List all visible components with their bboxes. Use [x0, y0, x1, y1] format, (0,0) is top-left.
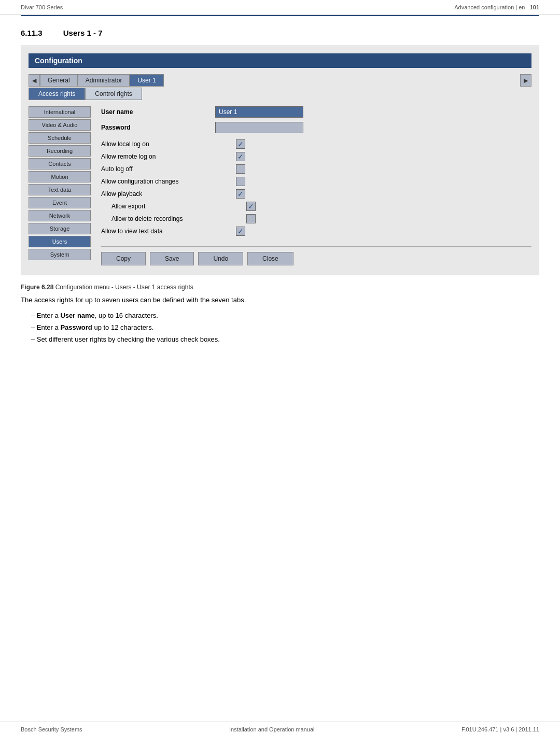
checkbox-label-allow-export: Allow export	[111, 203, 246, 210]
tab-general[interactable]: General	[40, 74, 78, 87]
checkbox-allow-local-log-on-box[interactable]: ✓	[236, 139, 245, 149]
checkbox-allow-export: Allow export ✓	[101, 202, 531, 211]
checkbox-label-allow-config-changes: Allow configuration changes	[101, 178, 236, 185]
undo-button[interactable]: Undo	[198, 252, 243, 265]
user-name-input[interactable]	[215, 106, 303, 118]
checkbox-allow-playback-box[interactable]: ✓	[236, 189, 245, 199]
close-button[interactable]: Close	[247, 252, 293, 265]
sidebar-item-recording[interactable]: Recording	[29, 145, 91, 157]
section-number: 6.11.3	[21, 29, 43, 37]
footer-center: Installation and Operation manual	[229, 726, 315, 732]
checkbox-allow-local-log-on: Allow local log on ✓	[101, 139, 531, 149]
footer-right: F.01U.246.471 | v3.6 | 2011.11	[461, 726, 539, 732]
header-right: Advanced configuration | en 101	[454, 4, 539, 10]
config-panel: Configuration ◀ General Administrator Us…	[21, 46, 539, 275]
sidebar-item-users[interactable]: Users	[29, 236, 91, 247]
sub-tabs-row: Access rights Control rights	[29, 88, 531, 100]
tab-administrator[interactable]: Administrator	[78, 74, 130, 87]
list-item: Enter a Password up to 12 characters.	[31, 321, 539, 333]
checkbox-allow-export-box[interactable]: ✓	[246, 202, 256, 211]
body-text: The access rights for up to seven users …	[21, 295, 539, 305]
config-buttons: Copy Save Undo Close	[101, 246, 531, 267]
checkbox-label-allow-playback: Allow playback	[101, 190, 236, 198]
list-item: Enter a User name, up to 16 characters.	[31, 309, 539, 321]
checkbox-allow-remote-log-on: Allow remote log on ✓	[101, 152, 531, 161]
password-input[interactable]	[215, 122, 303, 133]
sidebar-item-contacts[interactable]: Contacts	[29, 158, 91, 170]
figure-caption: Figure 6.28 Configuration menu - Users -…	[21, 284, 539, 291]
checkbox-allow-view-text-data: Allow to view text data ✓	[101, 227, 531, 236]
sidebar-item-schedule[interactable]: Schedule	[29, 132, 91, 144]
footer-left: Bosch Security Systems	[21, 726, 82, 732]
list-item: Set different user rights by checking th…	[31, 333, 539, 345]
section-heading: 6.11.3 Users 1 - 7	[0, 16, 560, 46]
subtab-access-rights[interactable]: Access rights	[29, 88, 85, 100]
checkbox-auto-log-off-box[interactable]	[236, 164, 245, 174]
figure-label: Figure 6.28	[21, 284, 53, 291]
sidebar-item-system[interactable]: System	[29, 249, 91, 260]
checkbox-allow-config-changes: Allow configuration changes	[101, 177, 531, 186]
panel-title: Configuration	[29, 53, 531, 68]
checkbox-allow-delete-recordings-box[interactable]	[246, 214, 256, 223]
page-number: 101	[530, 4, 539, 10]
checkbox-allow-playback: Allow playback ✓	[101, 189, 531, 199]
page-header: Divar 700 Series Advanced configuration …	[0, 0, 560, 15]
sidebar-item-motion[interactable]: Motion	[29, 171, 91, 182]
config-content: International Video & Audio Schedule Rec…	[29, 106, 531, 267]
nav-prev-arrow[interactable]: ◀	[29, 74, 40, 87]
nav-next-arrow[interactable]: ▶	[520, 74, 531, 87]
sidebar-item-storage[interactable]: Storage	[29, 223, 91, 234]
user-name-label: User name	[101, 108, 215, 116]
sidebar-item-text-data[interactable]: Text data	[29, 184, 91, 195]
subtab-control-rights[interactable]: Control rights	[85, 88, 142, 100]
checkbox-allow-config-changes-box[interactable]	[236, 177, 245, 186]
checkbox-section: Allow local log on ✓ Allow remote log on…	[101, 139, 531, 236]
section-title: Users 1 - 7	[63, 29, 103, 37]
checkbox-allow-view-text-data-box[interactable]: ✓	[236, 227, 245, 236]
user-name-row: User name	[101, 106, 531, 118]
config-main: User name Password Allow local log on ✓ …	[91, 106, 531, 267]
bullet-list: Enter a User name, up to 16 characters. …	[31, 309, 539, 346]
sidebar-item-event[interactable]: Event	[29, 197, 91, 208]
checkbox-label-allow-remote-log-on: Allow remote log on	[101, 153, 236, 160]
sidebar-item-international[interactable]: International	[29, 106, 91, 118]
password-row: Password	[101, 122, 531, 133]
sidebar-item-network[interactable]: Network	[29, 210, 91, 221]
nav-tabs-wrapper: ◀ General Administrator User 1 ▶	[29, 74, 531, 88]
checkbox-label-allow-local-log-on: Allow local log on	[101, 140, 236, 148]
sidebar-item-video-audio[interactable]: Video & Audio	[29, 119, 91, 131]
header-left: Divar 700 Series	[21, 4, 63, 10]
figure-text: Configuration menu - Users - User 1 acce…	[55, 284, 193, 291]
checkbox-allow-remote-log-on-box[interactable]: ✓	[236, 152, 245, 161]
save-button[interactable]: Save	[150, 252, 194, 265]
checkbox-label-allow-view-text-data: Allow to view text data	[101, 228, 236, 235]
config-sidebar: International Video & Audio Schedule Rec…	[29, 106, 91, 267]
page-footer: Bosch Security Systems Installation and …	[0, 722, 560, 737]
checkbox-auto-log-off: Auto log off	[101, 164, 531, 174]
password-label: Password	[101, 124, 215, 131]
copy-button[interactable]: Copy	[101, 252, 146, 265]
checkbox-label-allow-delete-recordings: Allow to delete recordings	[111, 215, 246, 222]
tab-user1[interactable]: User 1	[130, 74, 163, 87]
checkbox-allow-delete-recordings: Allow to delete recordings	[101, 214, 531, 223]
nav-tabs-row: ◀ General Administrator User 1 ▶	[29, 74, 531, 87]
checkbox-label-auto-log-off: Auto log off	[101, 165, 236, 173]
